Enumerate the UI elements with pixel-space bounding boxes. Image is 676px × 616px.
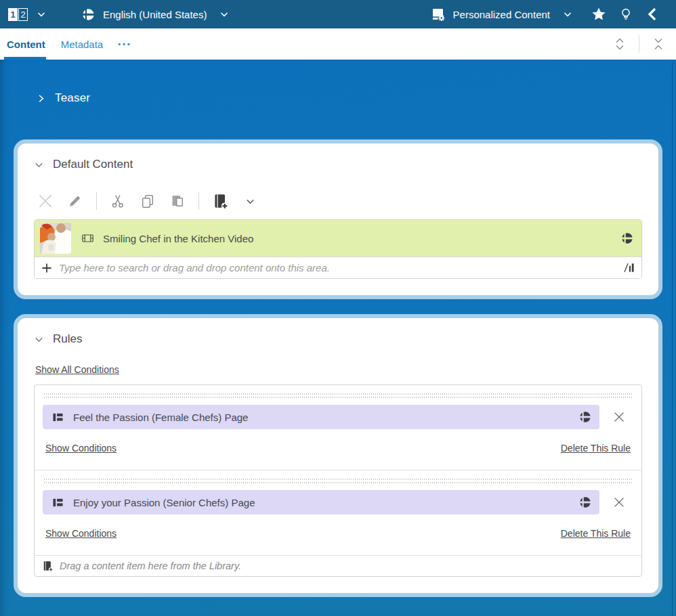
rules-panel: Rules Show All Conditions Fe [14, 314, 662, 597]
x-icon [612, 495, 627, 510]
rule-drag-handle[interactable] [44, 479, 632, 483]
plus-icon[interactable] [41, 263, 52, 273]
delete-rule-link[interactable]: Delete This Rule [561, 443, 631, 454]
collapse-panel-button[interactable] [639, 1, 667, 28]
rule-row: Enjoy your Passion (Senior Chefs) Page [43, 490, 633, 514]
lightbulb-icon [618, 7, 633, 22]
edit-button[interactable] [66, 192, 84, 210]
version-selector[interactable]: 1 2 [8, 8, 28, 21]
add-content-menu-button[interactable] [241, 192, 259, 210]
content-search-input[interactable] [59, 262, 616, 273]
remove-rule-item-button[interactable] [609, 492, 629, 512]
cut-button[interactable] [109, 192, 127, 210]
rule-content-item[interactable]: Enjoy your Passion (Senior Chefs) Page [43, 490, 599, 514]
language-globe-icon [82, 8, 95, 21]
language-version-globe-icon[interactable] [621, 232, 633, 244]
rule-block: Enjoy your Passion (Senior Chefs) Page [35, 470, 641, 556]
rules-header[interactable]: Rules [34, 330, 642, 348]
rule-item-title: Enjoy your Passion (Senior Chefs) Page [73, 497, 579, 508]
teaser-section-title: Teaser [55, 91, 90, 105]
show-conditions-link[interactable]: Show Conditions [45, 443, 117, 454]
page-layout-icon [52, 412, 64, 422]
page-layout-icon [52, 498, 64, 508]
version-current[interactable]: 1 [8, 8, 18, 21]
collapse-all-button[interactable] [645, 30, 672, 58]
version-next[interactable]: 2 [18, 8, 28, 21]
chevron-down-icon [34, 160, 44, 170]
expand-all-icon [613, 35, 627, 53]
toolbar-divider [96, 192, 97, 210]
rule-drag-handle[interactable] [44, 393, 632, 398]
personalization-mode-selector[interactable]: Personalized Content [430, 6, 573, 22]
remove-x-icon [37, 192, 54, 210]
rule-item-title: Feel the Passion (Female Chefs) Page [73, 412, 579, 423]
personalization-mode-label: Personalized Content [453, 9, 550, 20]
chevron-left-icon [646, 7, 660, 22]
content-item-thumbnail [40, 223, 71, 254]
rules-list: Feel the Passion (Female Chefs) Page [34, 384, 642, 577]
rules-title: Rules [53, 332, 82, 346]
content-item-row[interactable]: Smiling Chef in the Kitchen Video [35, 220, 641, 257]
favorite-button[interactable] [585, 1, 612, 28]
x-icon [612, 410, 627, 424]
version-chevron-down-icon[interactable] [36, 9, 47, 20]
editor-tab-bar: Content Metadata ••• [0, 28, 676, 60]
video-film-icon [82, 234, 93, 243]
content-item-add-icon [41, 560, 54, 572]
tab-content[interactable]: Content [7, 39, 45, 50]
language-chevron-down-icon [219, 9, 230, 20]
tab-more-menu[interactable]: ••• [118, 40, 132, 48]
default-content-title: Default Content [53, 158, 133, 171]
rule-drop-zone[interactable]: Drag a content item here from the Librar… [35, 556, 641, 576]
language-version-globe-icon[interactable] [579, 496, 591, 508]
chevron-right-icon [36, 93, 46, 104]
content-item-add-icon [211, 192, 229, 210]
chevron-down-icon [34, 334, 44, 345]
content-editor-canvas: Teaser Default Content [0, 60, 676, 616]
content-item-title: Smiling Chef in the Kitchen Video [103, 233, 621, 244]
pencil-icon [67, 193, 83, 209]
paste-icon [169, 193, 186, 209]
mode-chevron-down-icon [562, 9, 573, 20]
remove-button[interactable] [37, 192, 54, 210]
expand-all-button[interactable] [606, 30, 633, 58]
show-conditions-link[interactable]: Show Conditions [45, 528, 117, 539]
copy-button[interactable] [139, 192, 156, 210]
copy-icon [140, 193, 156, 209]
default-content-panel: Default Content [14, 139, 662, 299]
add-content-item-button[interactable] [211, 192, 229, 210]
tab-metadata[interactable]: Metadata [61, 39, 104, 50]
content-search-row [35, 257, 641, 278]
rule-drop-hint: Drag a content item here from the Librar… [60, 560, 241, 571]
personalized-content-icon [430, 6, 446, 22]
section-teaser[interactable]: Teaser [0, 60, 676, 108]
scrollbar-track[interactable] [672, 62, 673, 616]
language-selector[interactable]: English (United States) [82, 8, 230, 21]
rule-content-item[interactable]: Feel the Passion (Female Chefs) Page [43, 405, 599, 429]
scissors-icon [110, 193, 126, 209]
toolbar-divider [198, 192, 199, 210]
top-bar: 1 2 English (United States) [0, 0, 676, 28]
remove-rule-item-button[interactable] [609, 407, 629, 427]
star-icon [591, 6, 607, 22]
tips-button[interactable] [612, 1, 639, 28]
default-content-list: Smiling Chef in the Kitchen Video [34, 219, 642, 279]
language-version-globe-icon[interactable] [579, 411, 591, 423]
default-content-toolbar [37, 191, 639, 211]
rule-row: Feel the Passion (Female Chefs) Page [43, 405, 633, 429]
show-all-conditions-link[interactable]: Show All Conditions [35, 364, 119, 375]
chevron-down-icon [245, 196, 255, 206]
paste-button[interactable] [169, 192, 186, 210]
delete-rule-link[interactable]: Delete This Rule [561, 528, 631, 539]
search-library-icon[interactable] [623, 262, 635, 273]
rule-block: Feel the Passion (Female Chefs) Page [35, 385, 641, 470]
language-label: English (United States) [103, 9, 207, 20]
tabbar-divider [639, 35, 639, 53]
default-content-header[interactable]: Default Content [34, 156, 642, 173]
collapse-all-icon [652, 35, 665, 53]
